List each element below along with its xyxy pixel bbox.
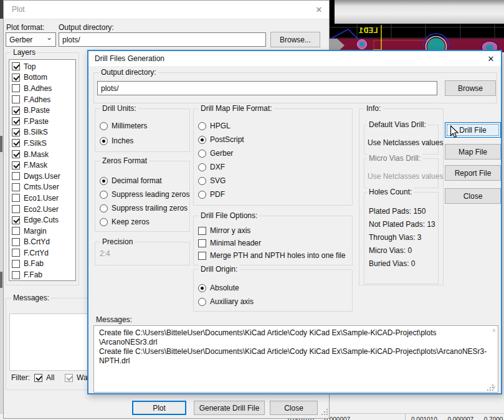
plot-output-directory-input[interactable]: plots/ xyxy=(59,32,266,47)
mirror-y-axis-checkbox[interactable] xyxy=(198,227,206,235)
dxf-radio-row[interactable]: DXF xyxy=(198,162,225,172)
drill-dialog-titlebar[interactable]: Drill Files Generation ✕ xyxy=(88,51,501,66)
filter-warnings-checkbox-row[interactable]: War xyxy=(65,373,90,383)
layer-row-f-crtyd[interactable]: F.CrtYd xyxy=(9,247,75,259)
hpgl-radio[interactable] xyxy=(198,122,206,130)
layer-row-bottom[interactable]: Bottom xyxy=(9,72,75,84)
drill-close-button[interactable]: Close xyxy=(445,188,501,204)
decimal-format-radio[interactable] xyxy=(100,177,108,185)
layer-row-b-paste[interactable]: B.Paste xyxy=(9,105,75,116)
plot-button[interactable]: Plot xyxy=(132,401,186,415)
pdf-radio-row[interactable]: PDF xyxy=(198,189,225,199)
layer-checkbox[interactable] xyxy=(12,150,20,158)
layer-row-eco2-user[interactable]: Eco2.User xyxy=(9,204,75,215)
layer-checkbox[interactable] xyxy=(12,216,20,224)
postscript-radio[interactable] xyxy=(198,136,206,144)
layer-checkbox[interactable] xyxy=(12,62,20,70)
merge-pth-npth-checkbox[interactable] xyxy=(198,252,206,260)
gerber-radio[interactable] xyxy=(198,150,206,158)
layer-row-f-adhes[interactable]: F.Adhes xyxy=(9,94,75,105)
layer-row-dwgs-user[interactable]: Dwgs.User xyxy=(9,171,75,182)
gerber-radio-row[interactable]: Gerber xyxy=(198,148,233,158)
layer-checkbox[interactable] xyxy=(12,271,20,279)
layer-row-b-fab[interactable]: B.Fab xyxy=(9,259,75,270)
plot-close-button[interactable]: Close xyxy=(270,401,318,415)
layer-row-b-mask[interactable]: B.Mask xyxy=(9,149,75,160)
layer-row-eco1-user[interactable]: Eco1.User xyxy=(9,193,75,204)
layer-checkbox[interactable] xyxy=(12,117,20,125)
resize-grip-icon[interactable] xyxy=(487,389,488,391)
plot-browse-button[interactable]: Browse... xyxy=(270,32,320,47)
suppress-leading-zeros-radio-row[interactable]: Suppress leading zeros xyxy=(100,189,189,199)
scroll-down-icon[interactable]: ∨ xyxy=(492,384,496,390)
layer-row-f-paste[interactable]: F.Paste xyxy=(9,116,75,127)
layer-row-cmts-user[interactable]: Cmts.User xyxy=(9,182,75,193)
resize-grip-icon[interactable] xyxy=(321,414,323,415)
layer-checkbox[interactable] xyxy=(12,238,20,246)
keep-zeros-radio[interactable] xyxy=(100,218,108,226)
svg-radio[interactable] xyxy=(198,177,206,185)
layer-checkbox[interactable] xyxy=(12,139,20,147)
minimal-header-checkbox[interactable] xyxy=(198,239,206,247)
layers-listbox[interactable]: Top Bottom B.Adhes F.Adhes B.Paste F.Pas… xyxy=(9,59,76,281)
suppress-trailing-zeros-radio[interactable] xyxy=(100,204,108,212)
keep-zeros-radio-row[interactable]: Keep zeros xyxy=(100,217,150,227)
suppress-leading-zeros-radio[interactable] xyxy=(100,191,108,199)
filter-all-checkbox-row[interactable]: All xyxy=(34,373,54,383)
minimal-header-checkbox-row[interactable]: Minimal header xyxy=(198,238,261,248)
map-file-button[interactable]: Map File xyxy=(445,144,501,160)
drill-messages-box[interactable]: Create file C:\Users\BitteleUser\Documen… xyxy=(93,325,498,393)
layer-checkbox[interactable] xyxy=(12,84,20,92)
layer-checkbox[interactable] xyxy=(12,205,20,213)
pdf-radio[interactable] xyxy=(198,191,206,199)
pcb-canvas[interactable]: LED1 xyxy=(330,0,504,52)
inches-radio[interactable] xyxy=(100,137,108,145)
dxf-radio[interactable] xyxy=(198,163,206,171)
mirror-y-axis-checkbox-row[interactable]: Mirror y axis xyxy=(198,226,250,236)
drill-output-directory-input[interactable]: plots/ xyxy=(97,81,437,95)
layer-row-top[interactable]: Top xyxy=(9,61,75,72)
auxiliary-axis-radio-row[interactable]: Auxiliary axis xyxy=(198,297,254,307)
layer-row-f-mask[interactable]: F.Mask xyxy=(9,160,75,171)
layer-row-b-crtyd[interactable]: B.CrtYd xyxy=(9,237,75,248)
report-file-button[interactable]: Report File xyxy=(445,165,501,181)
absolute-radio[interactable] xyxy=(198,284,206,292)
layer-row-edge-cuts[interactable]: Edge.Cuts xyxy=(9,214,75,226)
scroll-up-icon[interactable]: ∧ xyxy=(492,328,496,333)
layer-checkbox[interactable] xyxy=(12,74,20,82)
close-icon[interactable]: ✕ xyxy=(485,53,497,64)
generate-drill-file-button[interactable]: Generate Drill File xyxy=(194,401,265,415)
plot-dialog-titlebar[interactable]: Plot ✕ xyxy=(4,1,329,19)
millimeters-radio-row[interactable]: Millimeters xyxy=(100,121,147,131)
auxiliary-axis-radio[interactable] xyxy=(198,298,206,306)
layer-checkbox[interactable] xyxy=(12,128,20,136)
layer-checkbox[interactable] xyxy=(12,260,20,268)
layer-row-b-silks[interactable]: B.SilkS xyxy=(9,127,75,138)
layer-row-b-adhes[interactable]: B.Adhes xyxy=(9,83,75,94)
suppress-trailing-zeros-radio-row[interactable]: Suppress trailing zeros xyxy=(100,203,188,213)
layer-checkbox[interactable] xyxy=(12,95,20,103)
layer-row-f-silks[interactable]: F.SilkS xyxy=(9,138,75,149)
layer-checkbox[interactable] xyxy=(12,183,20,191)
filter-warnings-checkbox[interactable] xyxy=(65,374,73,382)
layer-checkbox[interactable] xyxy=(12,249,20,257)
layer-checkbox[interactable] xyxy=(12,107,20,115)
decimal-format-radio-row[interactable]: Decimal format xyxy=(100,176,162,186)
postscript-radio-row[interactable]: PostScript xyxy=(198,135,244,145)
hpgl-radio-row[interactable]: HPGL xyxy=(198,121,231,131)
layer-checkbox[interactable] xyxy=(12,161,20,169)
millimeters-radio[interactable] xyxy=(100,122,108,130)
absolute-radio-row[interactable]: Absolute xyxy=(198,283,239,293)
layer-checkbox[interactable] xyxy=(12,227,20,235)
layer-checkbox[interactable] xyxy=(12,172,20,180)
layer-checkbox[interactable] xyxy=(12,194,20,202)
merge-pth-npth-checkbox-row[interactable]: Merge PTH and NPTH holes into one file xyxy=(198,251,345,260)
filter-all-checkbox[interactable] xyxy=(34,374,42,382)
inches-radio-row[interactable]: Inches xyxy=(100,136,133,146)
drill-browse-button[interactable]: Browse xyxy=(445,80,496,96)
close-icon[interactable]: ✕ xyxy=(313,4,325,15)
layer-row-f-fab[interactable]: F.Fab xyxy=(9,269,75,280)
svg-radio-row[interactable]: SVG xyxy=(198,176,226,186)
layer-row-margin[interactable]: Margin xyxy=(9,226,75,237)
plot-format-select[interactable]: Gerber ⌄ xyxy=(6,32,56,47)
